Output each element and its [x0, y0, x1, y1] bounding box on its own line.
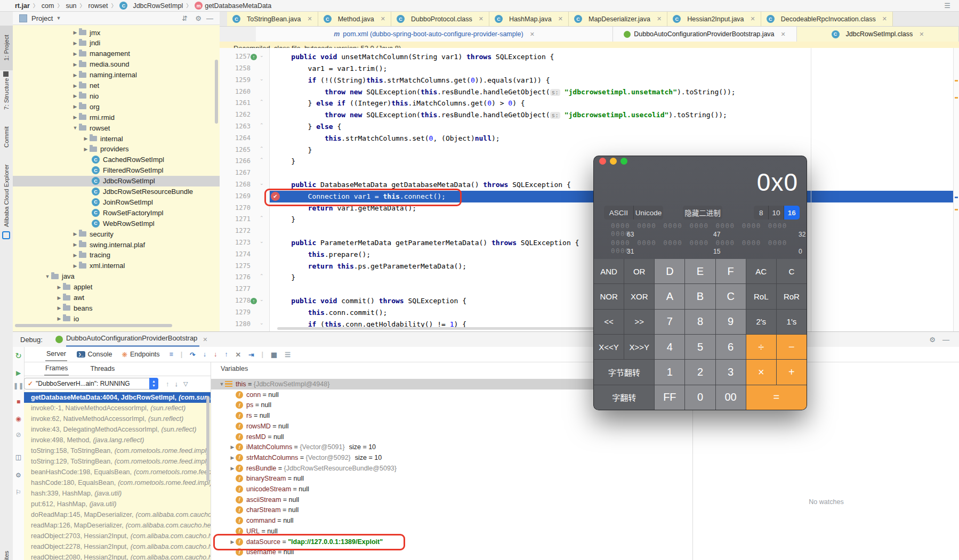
base-16-button[interactable]: 16 [784, 206, 800, 220]
activity-item-commit[interactable]: Commit [0, 120, 13, 153]
pause-icon[interactable]: ❚❚ [13, 382, 24, 389]
calc-key-00[interactable]: 00 [716, 385, 746, 410]
fold-marker[interactable]: ⌃ [260, 99, 264, 104]
close-icon[interactable]: ✕ [203, 336, 207, 343]
chevron-right-icon[interactable]: ▶ [229, 444, 236, 450]
tree-item-webrowsetimpl[interactable]: CWebRowSetImpl [13, 218, 220, 229]
calc-key-FF[interactable]: FF [655, 385, 684, 410]
activity-item--project[interactable]: 1: Project [0, 26, 13, 70]
tree-item-jdbcrowsetresourcebundle[interactable]: CJdbcRowSetResourceBundle [13, 186, 220, 197]
tree-item-cachedrowsetimpl[interactable]: CCachedRowSetImpl [13, 155, 220, 165]
tree-item-internal[interactable]: ▶internal [13, 133, 220, 144]
fold-marker[interactable]: ⌃ [260, 157, 264, 163]
tree-chevron-right-icon[interactable]: ▶ [71, 231, 79, 237]
close-icon[interactable]: ✕ [919, 31, 924, 38]
stack-frame[interactable]: invoke:498, Method,(java.lang.reflect) [24, 435, 211, 445]
calc-key-___[interactable]: 字翻转 [594, 385, 654, 410]
chevron-right-icon[interactable]: ▶ [229, 466, 236, 471]
alibaba-cloud-icon[interactable] [2, 231, 10, 239]
calc-key-OR[interactable]: OR [624, 259, 654, 283]
close-icon[interactable]: ✕ [530, 31, 535, 38]
fold-marker[interactable]: ⌃ [260, 146, 264, 151]
tree-item-jndi[interactable]: ▶jndi [13, 38, 220, 48]
stack-frame[interactable]: invoke0:-1, NativeMethodAccessorImpl,(su… [24, 403, 211, 413]
variable-charStream[interactable]: fcharStream = null [211, 505, 693, 515]
variable-binaryStream[interactable]: fbinaryStream = null [211, 473, 693, 484]
editor-tab-pom-xml-dubbo-sprin[interactable]: mpom.xml (dubbo-spring-boot-auto-configu… [256, 27, 613, 42]
tree-chevron-right-icon[interactable]: ▶ [71, 83, 79, 88]
tree-item-org[interactable]: ▶org [13, 101, 220, 112]
debug-session-tab[interactable]: DubboAutoConfigurationProviderBootstrap [66, 332, 199, 347]
stack-frame[interactable]: readObject:2278, Hessian2Input,(com.alib… [24, 541, 211, 552]
tree-item-java[interactable]: ▼java [13, 271, 220, 282]
editor-tab-jdbcrowsetimpl-class[interactable]: CJdbcRowSetImpl.class✕ [797, 27, 959, 42]
fold-marker[interactable]: ⌄ [260, 320, 264, 326]
frame-up-icon[interactable]: ↑ [166, 380, 170, 388]
editor-tab-method-java[interactable]: CMethod.java✕ [318, 12, 391, 26]
activity-item-alibaba-cloud-explorer[interactable]: Alibaba Cloud Explorer [0, 161, 13, 230]
variable-resBundle[interactable]: ▶fresBundle = {JdbcRowSetResourceBundle@… [211, 463, 693, 474]
tree-item-filteredrowsetimpl[interactable]: CFilteredRowSetImpl [13, 165, 220, 176]
stack-frame[interactable]: toString:158, ToStringBean,(com.rometool… [24, 445, 211, 456]
breadcrumb-item[interactable]: CJdbcRowSetImpl [119, 2, 183, 10]
expand-collapse-icon[interactable]: ⇵ [182, 14, 188, 22]
calc-key-1_s[interactable]: 1's [777, 310, 807, 334]
thread-selector[interactable]: ✓ "DubboServerH...ain": RUNNING [24, 378, 158, 389]
window-minimize-button[interactable] [610, 158, 617, 165]
calc-key-C[interactable]: C [777, 259, 807, 283]
close-icon[interactable]: ✕ [381, 15, 385, 22]
override-method-icon[interactable]: ↑ [251, 54, 257, 60]
fold-marker[interactable]: ⌄ [260, 53, 264, 58]
fold-marker[interactable]: ⌃ [260, 273, 264, 279]
variable-command[interactable]: fcommand = null [211, 515, 693, 526]
ascii-button[interactable]: ASCII [604, 206, 634, 220]
view-breakpoints-icon[interactable]: ◉ [13, 415, 24, 423]
calc-key-8[interactable]: 8 [685, 310, 715, 334]
tree-item-rowsetfactoryimpl[interactable]: CRowSetFactoryImpl [13, 207, 220, 218]
close-icon[interactable]: ✕ [657, 15, 662, 22]
calc-key-5[interactable]: 5 [685, 335, 715, 359]
tree-item-joinrowsetimpl[interactable]: CJoinRowSetImpl [13, 197, 220, 207]
calc-key-0[interactable]: 0 [685, 385, 715, 410]
run-to-cursor-icon[interactable]: ⇥ [248, 351, 254, 359]
tree-item-xml-internal[interactable]: ▶xml.internal [13, 261, 220, 271]
variable-asciiStream[interactable]: fasciiStream = null [211, 494, 693, 505]
editor-tab-hashmap-java[interactable]: CHashMap.java✕ [489, 12, 569, 26]
tool-tab-endpoints[interactable]: ❋Endpoints [122, 351, 159, 359]
calc-key-__[interactable]: << [594, 310, 624, 334]
tree-vertical-scrollbar[interactable] [215, 60, 218, 124]
base-10-button[interactable]: 10 [769, 206, 784, 220]
tree-item-rowset[interactable]: ▼rowset [13, 123, 220, 133]
frame-down-icon[interactable]: ↓ [175, 380, 179, 388]
calc-key-D[interactable]: D [655, 259, 684, 283]
stack-frame[interactable]: doReadMap:145, MapDeserializer,(com.alib… [24, 509, 211, 520]
override-method-icon[interactable]: ↑ [251, 298, 257, 304]
calc-key-7[interactable]: 7 [655, 310, 684, 334]
chevron-down-icon[interactable]: ▼ [56, 15, 61, 21]
tab-list-icon[interactable]: ☰ [944, 2, 950, 10]
frames-scrollbar[interactable] [206, 396, 209, 481]
tree-item-media-sound[interactable]: ▶media.sound [13, 59, 220, 70]
chevron-right-icon[interactable]: ▶ [229, 539, 236, 545]
stripe-mark[interactable] [955, 197, 958, 198]
stack-frame[interactable]: readObject:2080, Hessian2Input,(com.alib… [24, 552, 211, 560]
breadcrumb-item[interactable]: sun [66, 2, 76, 10]
fold-marker[interactable]: ⌄ [260, 239, 264, 244]
calc-key-9[interactable]: 9 [716, 310, 746, 334]
tool-tab-console[interactable]: ❯_Console [77, 351, 112, 358]
calc-key-6[interactable]: 6 [716, 335, 746, 359]
tree-chevron-right-icon[interactable]: ▶ [71, 115, 79, 120]
calc-key-RoR[interactable]: RoR [777, 284, 807, 309]
step-out-icon[interactable]: ↑ [224, 351, 228, 358]
step-over-icon[interactable]: ↷ [190, 351, 195, 359]
tree-horizontal-scrollbar[interactable] [15, 324, 172, 327]
calc-key-4[interactable]: 4 [655, 335, 684, 359]
close-icon[interactable]: ✕ [882, 15, 887, 22]
fold-marker[interactable]: ⌃ [260, 215, 264, 221]
window-zoom-button[interactable] [620, 158, 627, 165]
tree-item-rmi-rmid[interactable]: ▶rmi.rmid [13, 112, 220, 123]
tree-chevron-right-icon[interactable]: ▶ [71, 62, 79, 67]
stack-frame[interactable]: invoke:62, NativeMethodAccessorImpl,(sun… [24, 413, 211, 424]
stack-frame[interactable]: hash:339, HashMap,(java.util) [24, 488, 211, 499]
thread-stepper[interactable]: ▲▼ [149, 378, 158, 389]
